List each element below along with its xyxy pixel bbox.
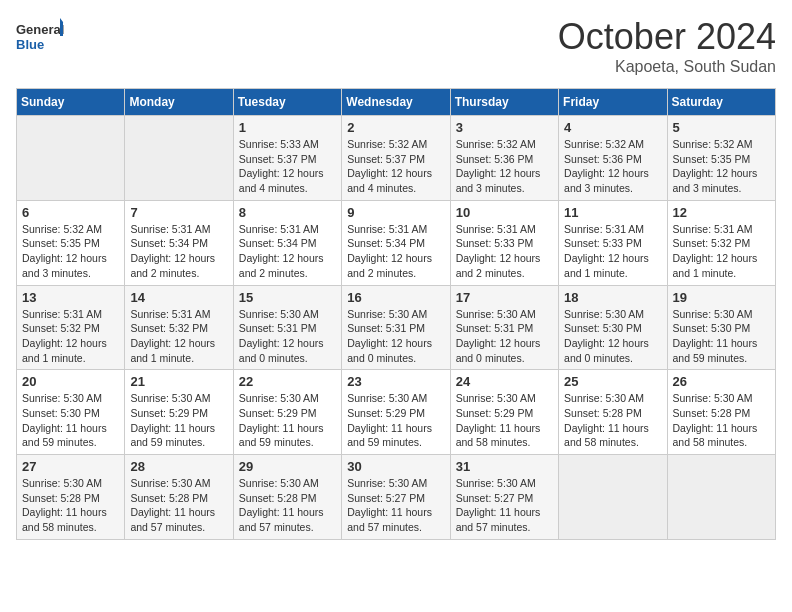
day-number: 15 — [239, 290, 336, 305]
calendar-cell: 7Sunrise: 5:31 AMSunset: 5:34 PMDaylight… — [125, 200, 233, 285]
weekday-header-wednesday: Wednesday — [342, 89, 450, 116]
day-info: Sunrise: 5:32 AMSunset: 5:36 PMDaylight:… — [456, 137, 553, 196]
calendar-cell: 9Sunrise: 5:31 AMSunset: 5:34 PMDaylight… — [342, 200, 450, 285]
day-number: 23 — [347, 374, 444, 389]
calendar-cell: 24Sunrise: 5:30 AMSunset: 5:29 PMDayligh… — [450, 370, 558, 455]
day-info: Sunrise: 5:30 AMSunset: 5:29 PMDaylight:… — [347, 391, 444, 450]
day-number: 16 — [347, 290, 444, 305]
weekday-header-friday: Friday — [559, 89, 667, 116]
day-info: Sunrise: 5:30 AMSunset: 5:29 PMDaylight:… — [130, 391, 227, 450]
calendar-table: SundayMondayTuesdayWednesdayThursdayFrid… — [16, 88, 776, 540]
week-row-4: 20Sunrise: 5:30 AMSunset: 5:30 PMDayligh… — [17, 370, 776, 455]
day-info: Sunrise: 5:30 AMSunset: 5:28 PMDaylight:… — [239, 476, 336, 535]
weekday-header-thursday: Thursday — [450, 89, 558, 116]
day-number: 9 — [347, 205, 444, 220]
month-title: October 2024 — [558, 16, 776, 58]
day-info: Sunrise: 5:32 AMSunset: 5:35 PMDaylight:… — [22, 222, 119, 281]
calendar-cell: 29Sunrise: 5:30 AMSunset: 5:28 PMDayligh… — [233, 455, 341, 540]
weekday-header-row: SundayMondayTuesdayWednesdayThursdayFrid… — [17, 89, 776, 116]
calendar-cell: 17Sunrise: 5:30 AMSunset: 5:31 PMDayligh… — [450, 285, 558, 370]
day-info: Sunrise: 5:32 AMSunset: 5:35 PMDaylight:… — [673, 137, 770, 196]
day-info: Sunrise: 5:31 AMSunset: 5:33 PMDaylight:… — [456, 222, 553, 281]
weekday-header-tuesday: Tuesday — [233, 89, 341, 116]
day-number: 6 — [22, 205, 119, 220]
day-number: 14 — [130, 290, 227, 305]
calendar-cell: 30Sunrise: 5:30 AMSunset: 5:27 PMDayligh… — [342, 455, 450, 540]
day-number: 18 — [564, 290, 661, 305]
day-number: 4 — [564, 120, 661, 135]
calendar-cell: 21Sunrise: 5:30 AMSunset: 5:29 PMDayligh… — [125, 370, 233, 455]
calendar-cell: 27Sunrise: 5:30 AMSunset: 5:28 PMDayligh… — [17, 455, 125, 540]
day-info: Sunrise: 5:30 AMSunset: 5:28 PMDaylight:… — [564, 391, 661, 450]
day-info: Sunrise: 5:30 AMSunset: 5:31 PMDaylight:… — [347, 307, 444, 366]
calendar-cell: 28Sunrise: 5:30 AMSunset: 5:28 PMDayligh… — [125, 455, 233, 540]
day-number: 20 — [22, 374, 119, 389]
day-number: 2 — [347, 120, 444, 135]
day-number: 29 — [239, 459, 336, 474]
calendar-cell: 2Sunrise: 5:32 AMSunset: 5:37 PMDaylight… — [342, 116, 450, 201]
day-info: Sunrise: 5:30 AMSunset: 5:30 PMDaylight:… — [673, 307, 770, 366]
day-info: Sunrise: 5:30 AMSunset: 5:31 PMDaylight:… — [456, 307, 553, 366]
day-info: Sunrise: 5:33 AMSunset: 5:37 PMDaylight:… — [239, 137, 336, 196]
svg-text:Blue: Blue — [16, 37, 44, 52]
calendar-cell — [559, 455, 667, 540]
day-info: Sunrise: 5:30 AMSunset: 5:29 PMDaylight:… — [239, 391, 336, 450]
day-info: Sunrise: 5:30 AMSunset: 5:30 PMDaylight:… — [564, 307, 661, 366]
day-number: 27 — [22, 459, 119, 474]
day-info: Sunrise: 5:30 AMSunset: 5:29 PMDaylight:… — [456, 391, 553, 450]
location: Kapoeta, South Sudan — [558, 58, 776, 76]
calendar-cell: 18Sunrise: 5:30 AMSunset: 5:30 PMDayligh… — [559, 285, 667, 370]
calendar-cell — [667, 455, 775, 540]
day-info: Sunrise: 5:32 AMSunset: 5:37 PMDaylight:… — [347, 137, 444, 196]
day-number: 28 — [130, 459, 227, 474]
logo: General Blue — [16, 16, 66, 60]
day-number: 11 — [564, 205, 661, 220]
day-info: Sunrise: 5:31 AMSunset: 5:34 PMDaylight:… — [130, 222, 227, 281]
day-info: Sunrise: 5:32 AMSunset: 5:36 PMDaylight:… — [564, 137, 661, 196]
day-info: Sunrise: 5:30 AMSunset: 5:27 PMDaylight:… — [456, 476, 553, 535]
day-info: Sunrise: 5:30 AMSunset: 5:28 PMDaylight:… — [130, 476, 227, 535]
svg-text:General: General — [16, 22, 64, 37]
calendar-cell: 23Sunrise: 5:30 AMSunset: 5:29 PMDayligh… — [342, 370, 450, 455]
week-row-3: 13Sunrise: 5:31 AMSunset: 5:32 PMDayligh… — [17, 285, 776, 370]
calendar-cell: 26Sunrise: 5:30 AMSunset: 5:28 PMDayligh… — [667, 370, 775, 455]
week-row-5: 27Sunrise: 5:30 AMSunset: 5:28 PMDayligh… — [17, 455, 776, 540]
logo-icon: General Blue — [16, 16, 66, 60]
calendar-cell: 12Sunrise: 5:31 AMSunset: 5:32 PMDayligh… — [667, 200, 775, 285]
calendar-cell: 3Sunrise: 5:32 AMSunset: 5:36 PMDaylight… — [450, 116, 558, 201]
svg-marker-2 — [60, 18, 66, 36]
day-number: 25 — [564, 374, 661, 389]
day-number: 13 — [22, 290, 119, 305]
day-number: 8 — [239, 205, 336, 220]
day-number: 31 — [456, 459, 553, 474]
page-header: General Blue October 2024 Kapoeta, South… — [16, 16, 776, 76]
calendar-cell: 31Sunrise: 5:30 AMSunset: 5:27 PMDayligh… — [450, 455, 558, 540]
title-block: October 2024 Kapoeta, South Sudan — [558, 16, 776, 76]
day-info: Sunrise: 5:31 AMSunset: 5:32 PMDaylight:… — [130, 307, 227, 366]
day-number: 7 — [130, 205, 227, 220]
day-info: Sunrise: 5:30 AMSunset: 5:31 PMDaylight:… — [239, 307, 336, 366]
calendar-cell: 15Sunrise: 5:30 AMSunset: 5:31 PMDayligh… — [233, 285, 341, 370]
calendar-cell: 4Sunrise: 5:32 AMSunset: 5:36 PMDaylight… — [559, 116, 667, 201]
day-number: 5 — [673, 120, 770, 135]
day-info: Sunrise: 5:31 AMSunset: 5:32 PMDaylight:… — [22, 307, 119, 366]
day-number: 12 — [673, 205, 770, 220]
calendar-cell: 13Sunrise: 5:31 AMSunset: 5:32 PMDayligh… — [17, 285, 125, 370]
weekday-header-sunday: Sunday — [17, 89, 125, 116]
calendar-cell: 25Sunrise: 5:30 AMSunset: 5:28 PMDayligh… — [559, 370, 667, 455]
day-number: 3 — [456, 120, 553, 135]
calendar-cell: 19Sunrise: 5:30 AMSunset: 5:30 PMDayligh… — [667, 285, 775, 370]
calendar-cell — [17, 116, 125, 201]
day-info: Sunrise: 5:30 AMSunset: 5:27 PMDaylight:… — [347, 476, 444, 535]
calendar-cell: 14Sunrise: 5:31 AMSunset: 5:32 PMDayligh… — [125, 285, 233, 370]
calendar-cell: 20Sunrise: 5:30 AMSunset: 5:30 PMDayligh… — [17, 370, 125, 455]
calendar-cell — [125, 116, 233, 201]
calendar-cell: 1Sunrise: 5:33 AMSunset: 5:37 PMDaylight… — [233, 116, 341, 201]
day-number: 30 — [347, 459, 444, 474]
day-number: 24 — [456, 374, 553, 389]
day-info: Sunrise: 5:30 AMSunset: 5:28 PMDaylight:… — [673, 391, 770, 450]
day-info: Sunrise: 5:31 AMSunset: 5:34 PMDaylight:… — [347, 222, 444, 281]
calendar-cell: 8Sunrise: 5:31 AMSunset: 5:34 PMDaylight… — [233, 200, 341, 285]
week-row-1: 1Sunrise: 5:33 AMSunset: 5:37 PMDaylight… — [17, 116, 776, 201]
calendar-cell: 10Sunrise: 5:31 AMSunset: 5:33 PMDayligh… — [450, 200, 558, 285]
